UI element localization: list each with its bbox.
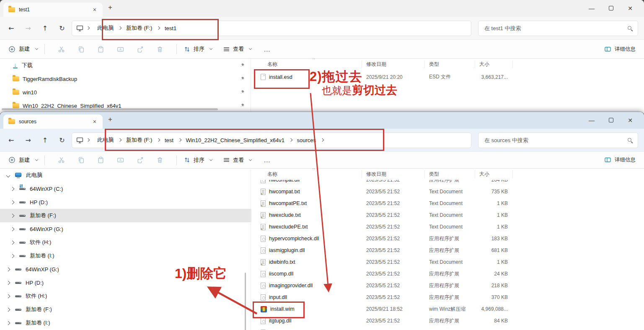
tree-item[interactable]: 新加卷 (F:) — [0, 303, 251, 316]
breadcrumb-item[interactable]: 此电脑 — [92, 136, 119, 144]
file-row[interactable]: input.dll2023/5/5 21:52应用程序扩展370 KB — [255, 291, 644, 303]
rename-button[interactable]: A — [111, 46, 130, 53]
breadcrumb-item[interactable]: 新加卷 (F:) — [121, 24, 158, 32]
tree-item[interactable]: 64WinXP (C:) — [0, 182, 251, 195]
column-header[interactable]: 类型 — [425, 170, 475, 178]
breadcrumb-item[interactable]: 新加卷 (F:) — [121, 136, 158, 144]
maximize-button[interactable] — [601, 117, 621, 124]
column-header[interactable]: 修改日期 — [362, 170, 425, 178]
delete-button[interactable] — [150, 46, 170, 53]
view-button[interactable]: 查看 — [223, 45, 251, 53]
chevron-right-icon[interactable] — [10, 255, 14, 257]
sidebar-item[interactable]: 下载 — [0, 59, 251, 72]
search-box[interactable] — [478, 133, 638, 148]
file-row[interactable]: install.esd2025/9/21 20:20ESD 文件3,663,21… — [255, 70, 644, 84]
up-button[interactable]: ↑ — [42, 136, 48, 144]
chevron-right-icon[interactable] — [10, 228, 14, 231]
tree-item[interactable]: 软件 (H:) — [0, 236, 251, 249]
chevron-right-icon[interactable] — [6, 268, 10, 271]
file-row[interactable]: iasmigplugin.dll2023/5/5 21:52应用程序扩展681 … — [255, 244, 644, 256]
chevron-right-icon[interactable] — [6, 322, 10, 325]
tree-item[interactable]: 64WinXP (G:) — [0, 262, 251, 276]
share-button[interactable] — [130, 46, 150, 53]
paste-button[interactable] — [91, 46, 111, 53]
column-header[interactable]: 名称^ — [255, 60, 362, 68]
paste-button[interactable] — [91, 156, 111, 164]
maximize-button[interactable] — [601, 5, 621, 12]
rename-button[interactable]: A — [111, 156, 130, 164]
file-row[interactable]: hwexcludePE.txt2023/5/5 21:52Text Docume… — [255, 221, 644, 233]
sort-button[interactable]: 排序 — [184, 156, 212, 164]
tab-test1[interactable]: test1 × — [3, 3, 103, 17]
tree-item[interactable]: 新加卷 (I:) — [0, 249, 251, 262]
file-row[interactable]: hwcompat.txt2023/5/5 21:52Text Document7… — [255, 186, 644, 197]
address-bar[interactable]: 此电脑新加卷 (F:)test1 — [72, 21, 471, 36]
chevron-right-icon[interactable] — [10, 201, 14, 204]
forward-button[interactable]: → — [25, 24, 31, 32]
share-button[interactable] — [130, 156, 150, 164]
address-bar[interactable]: 此电脑新加卷 (F:)testWin10_22H2_Chinese_Simpli… — [72, 133, 471, 148]
copy-button[interactable] — [71, 46, 91, 53]
file-row[interactable]: hwcompatPE.txt2023/5/5 21:52Text Documen… — [255, 197, 644, 209]
new-button[interactable]: 新建 — [8, 45, 38, 53]
new-tab-button[interactable]: + — [108, 115, 112, 124]
file-row[interactable]: itgtupg.dll2023/5/5 21:52应用程序扩展84 KB — [255, 315, 644, 327]
back-button[interactable]: ← — [8, 24, 14, 32]
tab-close-icon[interactable]: × — [92, 118, 98, 125]
up-button[interactable]: ↑ — [42, 24, 48, 32]
delete-button[interactable] — [150, 156, 170, 164]
tree-item[interactable]: HP (D:) — [0, 195, 251, 209]
horizontal-scrollbar[interactable] — [2, 108, 218, 110]
column-header[interactable]: 大小 — [475, 170, 513, 178]
tree-item[interactable]: HP (D:) — [0, 276, 251, 289]
column-header[interactable]: 类型 — [425, 60, 475, 68]
minimize-button[interactable]: — — [582, 117, 601, 124]
copy-button[interactable] — [71, 156, 91, 164]
breadcrumb-item[interactable]: sources — [292, 137, 321, 143]
tree-item[interactable]: 新加卷 (F:) — [0, 209, 251, 222]
chevron-right-icon[interactable] — [6, 281, 10, 284]
file-row[interactable]: iiscomp.dll2023/5/5 21:52应用程序扩展24 KB — [255, 268, 644, 280]
more-button[interactable]: ... — [264, 156, 271, 164]
column-header[interactable]: 名称^ — [255, 170, 362, 178]
minimize-button[interactable]: — — [582, 5, 601, 12]
chevron-right-icon[interactable] — [6, 308, 10, 311]
file-row[interactable]: install.wim2025/9/21 18:52wim Winz解压缩4,9… — [255, 303, 644, 315]
sidebar-item[interactable]: win10 — [0, 86, 251, 99]
tab-sources[interactable]: sources × — [3, 114, 103, 129]
search-input[interactable] — [484, 137, 627, 144]
new-tab-button[interactable]: + — [108, 3, 112, 12]
chevron-right-icon[interactable] — [6, 295, 10, 298]
new-button[interactable]: 新建 — [8, 156, 38, 164]
tree-item[interactable]: 此电脑 — [0, 169, 251, 182]
sidebar-item[interactable]: TiggerRamdiskBackup — [0, 72, 251, 86]
view-button[interactable]: 查看 — [223, 156, 251, 164]
close-button[interactable]: ✕ — [621, 5, 640, 12]
tree-item[interactable]: 新加卷 (I:) — [0, 316, 251, 330]
refresh-button[interactable]: ↻ — [59, 136, 65, 144]
breadcrumb-item[interactable]: test — [160, 137, 178, 143]
back-button[interactable]: ← — [8, 136, 14, 144]
column-header[interactable]: 大小 — [475, 60, 513, 68]
file-row[interactable]: hypervcomplcheck.dll2023/5/5 21:52应用程序扩展… — [255, 233, 644, 244]
tree-item[interactable]: 软件 (H:) — [0, 289, 251, 303]
search-input[interactable] — [484, 25, 627, 32]
file-row[interactable] — [255, 327, 644, 330]
chevron-right-icon[interactable] — [10, 241, 14, 244]
sort-button[interactable]: 排序 — [184, 45, 212, 53]
cut-button[interactable] — [52, 46, 71, 53]
details-toggle[interactable]: 详细信息 — [604, 156, 636, 164]
tree-item[interactable]: 64WinXP (G:) — [0, 222, 251, 236]
breadcrumb-item[interactable]: Win10_22H2_Chinese_Simplified_x64v1 — [181, 137, 290, 143]
file-row[interactable]: hwexclude.txt2023/5/5 21:52Text Document… — [255, 209, 644, 221]
sidebar-item[interactable]: Win10_22H2_Chinese_Simplified_x64v1 — [0, 99, 251, 112]
file-row[interactable]: imagingprovider.dll2023/5/5 21:52应用程序扩展2… — [255, 280, 644, 291]
details-toggle[interactable]: 详细信息 — [604, 46, 636, 53]
cut-button[interactable] — [52, 156, 71, 164]
breadcrumb-item[interactable]: test1 — [160, 25, 181, 31]
vertical-scrollbar[interactable] — [245, 273, 246, 330]
forward-button[interactable]: → — [25, 136, 31, 144]
refresh-button[interactable]: ↻ — [59, 24, 65, 32]
chevron-right-icon[interactable] — [10, 214, 14, 217]
column-header[interactable]: 修改日期 — [362, 60, 425, 68]
